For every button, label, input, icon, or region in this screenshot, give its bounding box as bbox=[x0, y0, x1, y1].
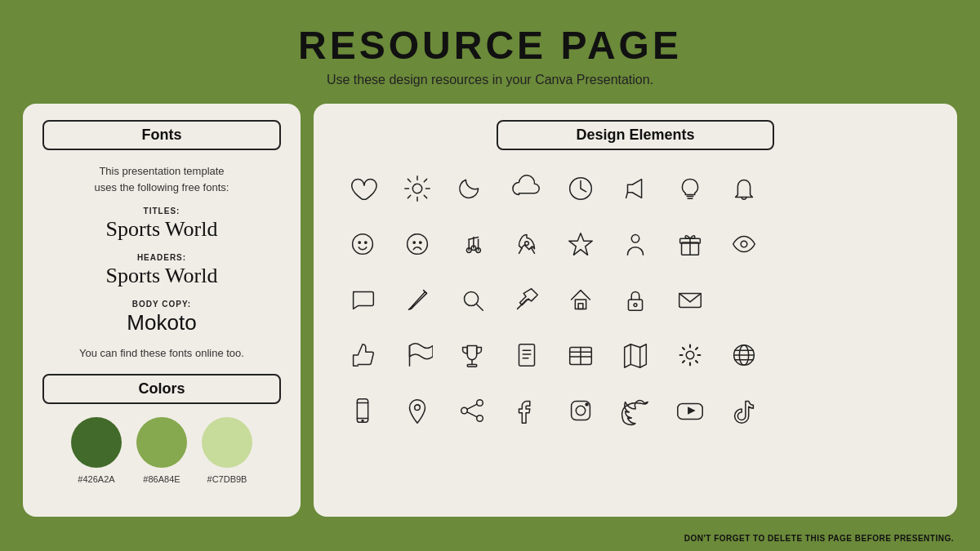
pin-icon bbox=[500, 274, 553, 325]
flag-icon bbox=[391, 330, 444, 380]
map-icon bbox=[609, 330, 662, 380]
eye-icon bbox=[718, 219, 771, 269]
svg-point-71 bbox=[577, 406, 586, 415]
svg-marker-26 bbox=[569, 233, 593, 256]
globe-icon bbox=[718, 330, 771, 380]
page-header: RESOURCE PAGE Use these design resources… bbox=[0, 0, 980, 94]
location-icon bbox=[391, 385, 444, 436]
swatch-hex-1: #426A2A bbox=[78, 474, 114, 484]
clock-icon bbox=[555, 163, 608, 214]
svg-line-8 bbox=[408, 195, 410, 198]
gift-icon bbox=[663, 219, 716, 269]
svg-rect-36 bbox=[578, 304, 583, 309]
lock-icon bbox=[609, 274, 662, 325]
magnify-icon bbox=[445, 274, 498, 325]
home-icon bbox=[555, 274, 608, 325]
share-icon bbox=[445, 385, 498, 436]
svg-marker-10 bbox=[627, 180, 641, 198]
fonts-description: This presentation template uses the foll… bbox=[42, 163, 281, 195]
svg-point-67 bbox=[477, 415, 483, 422]
spacer-5 bbox=[827, 219, 880, 269]
svg-point-14 bbox=[365, 242, 367, 243]
document-icon bbox=[500, 330, 553, 380]
page-title: RESOURCE PAGE bbox=[0, 23, 980, 68]
svg-point-16 bbox=[413, 242, 415, 243]
music-icon bbox=[445, 219, 498, 269]
headers-block: HEADERS: Sports World bbox=[42, 253, 281, 288]
svg-line-69 bbox=[467, 412, 476, 417]
svg-line-5 bbox=[408, 179, 410, 181]
titles-label: TITLES: bbox=[42, 207, 281, 216]
spacer-12 bbox=[827, 330, 880, 380]
smile-icon bbox=[336, 219, 390, 269]
color-swatch-2: #86A84E bbox=[136, 417, 187, 486]
tiktok-icon bbox=[718, 385, 771, 436]
svg-rect-37 bbox=[628, 300, 642, 310]
svg-line-6 bbox=[424, 195, 426, 198]
find-fonts-text: You can find these fonts online too. bbox=[42, 347, 281, 359]
spacer-16 bbox=[881, 385, 934, 436]
spacer-7 bbox=[718, 274, 771, 325]
cloud-icon bbox=[500, 163, 553, 214]
footer-note: DON'T FORGET TO DELETE THIS PAGE BEFORE … bbox=[684, 534, 954, 543]
svg-line-7 bbox=[424, 179, 426, 181]
sun-icon bbox=[391, 163, 444, 214]
swatch-mid-green bbox=[136, 417, 187, 468]
spacer-10 bbox=[881, 274, 934, 325]
swatch-hex-3: #C7DB9B bbox=[207, 474, 247, 484]
spacer-6 bbox=[881, 219, 934, 269]
spacer-2 bbox=[827, 163, 880, 214]
chat-icon bbox=[336, 274, 390, 325]
design-elements-label: Design Elements bbox=[497, 120, 774, 150]
gear-icon bbox=[663, 330, 716, 380]
headers-font: Sports World bbox=[42, 264, 281, 288]
star-icon bbox=[555, 219, 608, 269]
trophy-icon bbox=[445, 330, 498, 380]
spacer-1 bbox=[773, 163, 826, 214]
svg-point-38 bbox=[634, 304, 637, 307]
svg-point-12 bbox=[353, 234, 373, 255]
lightbulb-icon bbox=[663, 163, 716, 214]
svg-marker-74 bbox=[688, 407, 696, 415]
svg-point-64 bbox=[415, 405, 421, 411]
spacer-15 bbox=[827, 385, 880, 436]
sad-icon bbox=[391, 219, 444, 269]
envelope-icon bbox=[663, 274, 716, 325]
spacer-4 bbox=[773, 219, 826, 269]
twitter-icon bbox=[609, 385, 662, 436]
svg-point-15 bbox=[408, 234, 428, 255]
bell-icon bbox=[718, 163, 771, 214]
swatch-hex-2: #86A84E bbox=[143, 474, 180, 484]
rocket-icon bbox=[500, 219, 553, 269]
svg-point-66 bbox=[461, 407, 468, 414]
svg-point-32 bbox=[464, 292, 478, 306]
svg-point-17 bbox=[420, 242, 421, 243]
spacer-11 bbox=[773, 330, 826, 380]
swatch-dark-green bbox=[71, 417, 122, 468]
svg-point-65 bbox=[477, 400, 483, 407]
body-label: BODY COPY: bbox=[42, 300, 281, 309]
svg-point-63 bbox=[362, 420, 363, 421]
color-swatches: #426A2A #86A84E #C7DB9B bbox=[42, 417, 281, 486]
phone-icon bbox=[336, 385, 390, 436]
svg-point-72 bbox=[586, 403, 588, 406]
color-swatch-3: #C7DB9B bbox=[202, 417, 252, 486]
page-subtitle: Use these design resources in your Canva… bbox=[0, 73, 980, 87]
spacer-3 bbox=[881, 163, 934, 214]
svg-line-33 bbox=[477, 304, 483, 311]
spacer-9 bbox=[827, 274, 880, 325]
svg-rect-43 bbox=[519, 344, 534, 367]
svg-marker-53 bbox=[625, 344, 647, 368]
left-panel: Fonts This presentation template uses th… bbox=[23, 104, 301, 517]
svg-point-31 bbox=[742, 241, 748, 247]
heart-icon bbox=[336, 163, 390, 214]
svg-point-0 bbox=[412, 184, 421, 193]
facebook-icon bbox=[500, 385, 553, 436]
color-swatch-1: #426A2A bbox=[71, 417, 122, 486]
svg-point-56 bbox=[686, 351, 694, 359]
pencil-icon bbox=[391, 274, 444, 325]
instagram-icon bbox=[555, 385, 608, 436]
book-icon bbox=[555, 330, 608, 380]
svg-point-27 bbox=[631, 235, 639, 243]
body-font: Mokoto bbox=[42, 310, 281, 335]
